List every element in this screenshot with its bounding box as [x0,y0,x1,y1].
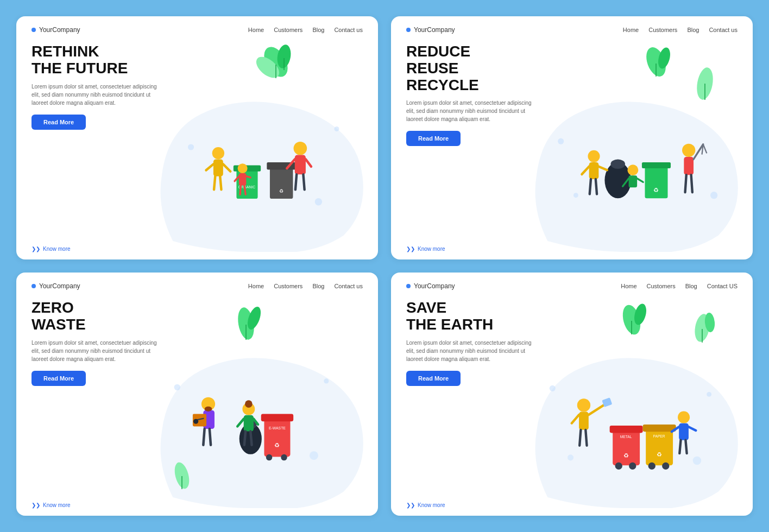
svg-point-105 [629,462,636,469]
svg-point-41 [611,160,626,169]
illustration-2: ♻ [540,83,732,236]
svg-line-59 [691,175,692,192]
nav-contact-4[interactable]: Contact US [707,283,738,289]
know-more-3[interactable]: ❯❯ Know more [31,502,363,508]
svg-point-61 [710,192,717,199]
brand-name-1: YourCompany [39,26,80,34]
svg-line-123 [679,440,680,453]
nav-customers-4[interactable]: Customers [647,283,676,289]
svg-line-117 [579,429,581,445]
svg-line-13 [206,164,213,170]
svg-line-16 [220,176,221,190]
svg-rect-113 [579,411,589,429]
nav-blog-3[interactable]: Blog [312,283,324,289]
nav-links-3: Home Customers Blog Contact us [248,283,363,289]
svg-line-27 [295,175,296,190]
svg-rect-53 [684,157,694,175]
svg-rect-120 [679,423,689,440]
hero-desc-1: Lorem ipsum dolor sit amet, consectetuer… [31,83,162,107]
nav-contact-1[interactable]: Contact us [334,27,363,33]
nav-blog-4[interactable]: Blog [685,283,697,289]
illustration-3: E-WASTE ♻ [159,330,357,495]
svg-line-46 [590,179,591,194]
svg-rect-24 [294,155,305,175]
nav-contact-2[interactable]: Contact us [709,27,738,33]
svg-line-114 [589,405,604,415]
svg-line-14 [223,164,230,172]
card-save-earth: YourCompany Home Customers Blog Contact … [391,273,753,516]
nav-blog-2[interactable]: Blog [687,27,699,33]
know-more-4[interactable]: ❯❯ Know more [406,502,738,508]
svg-point-73 [281,454,287,460]
svg-point-126 [707,391,711,396]
svg-point-23 [293,142,307,155]
svg-point-111 [662,462,669,469]
svg-rect-86 [244,415,254,432]
svg-line-83 [210,429,211,445]
hero-title-3: ZEROWASTE [31,300,363,333]
svg-point-31 [314,198,322,205]
svg-point-125 [550,385,556,391]
nav-home-4[interactable]: Home [621,283,636,289]
nav-customers-1[interactable]: Customers [274,27,302,33]
svg-line-122 [689,427,696,430]
know-more-icon-2: ❯❯ [406,246,415,252]
read-more-btn-1[interactable]: Read More [31,115,86,130]
nav-blog-1[interactable]: Blog [312,27,324,33]
svg-point-91 [174,384,180,390]
svg-rect-68 [264,418,290,457]
card-reduce: YourCompany Home Customers Blog Contact … [391,16,753,259]
nav-contact-3[interactable]: Contact us [334,283,363,289]
svg-rect-38 [642,162,671,168]
svg-rect-43 [589,162,599,179]
svg-line-124 [685,440,686,453]
svg-point-128 [568,454,573,460]
read-more-btn-2[interactable]: Read More [406,131,461,146]
navbar-3: YourCompany Home Customers Blog Contact … [31,282,363,290]
svg-text:♻: ♻ [623,452,629,458]
card-rethink: YourCompany Home Customers Blog Contact … [16,16,378,259]
nav-home-2[interactable]: Home [623,27,639,33]
svg-point-85 [245,400,253,408]
nav-home-3[interactable]: Home [248,283,264,289]
svg-line-58 [685,175,686,192]
know-more-1[interactable]: ❯❯ Know more [31,246,363,252]
svg-line-87 [237,419,243,426]
svg-point-92 [324,378,329,383]
nav-customers-3[interactable]: Customers [274,283,302,289]
svg-line-22 [244,186,245,195]
svg-point-127 [693,456,702,465]
svg-rect-101 [610,426,643,433]
svg-line-15 [214,176,215,190]
svg-line-116 [572,415,579,423]
svg-point-42 [588,150,600,162]
hero-desc-2: Lorem ipsum dolor sit amet, consectetuer… [406,99,537,123]
know-more-2[interactable]: ❯❯ Know more [406,246,738,252]
svg-point-81 [193,419,198,423]
hero-desc-3: Lorem ipsum dolor sit amet, consectetuer… [31,339,162,363]
svg-line-82 [203,429,204,445]
nav-home-1[interactable]: Home [248,27,264,33]
brand-dot-3 [31,284,36,288]
know-more-icon-4: ❯❯ [406,502,415,508]
svg-line-47 [596,179,597,194]
brand-dot-1 [31,28,36,32]
svg-line-90 [250,431,251,445]
read-more-btn-3[interactable]: Read More [31,371,86,386]
svg-line-44 [582,167,589,174]
brand-2: YourCompany [406,26,455,34]
svg-point-11 [212,147,224,159]
brand-name-3: YourCompany [39,282,80,290]
svg-line-45 [599,167,607,170]
svg-text:♻: ♻ [274,442,280,448]
svg-point-62 [573,193,578,198]
svg-rect-49 [629,175,637,187]
hero-desc-4: Lorem ipsum dolor sit amet, consectetuer… [406,339,537,363]
read-more-btn-4[interactable]: Read More [406,371,461,386]
illustration-1: ♻ ORGANIC [173,83,355,236]
brand-name-2: YourCompany [414,26,455,34]
brand-1: YourCompany [31,26,80,34]
nav-customers-2[interactable]: Customers [648,27,677,33]
know-more-icon-3: ❯❯ [31,502,40,508]
brand-dot-2 [406,28,411,32]
